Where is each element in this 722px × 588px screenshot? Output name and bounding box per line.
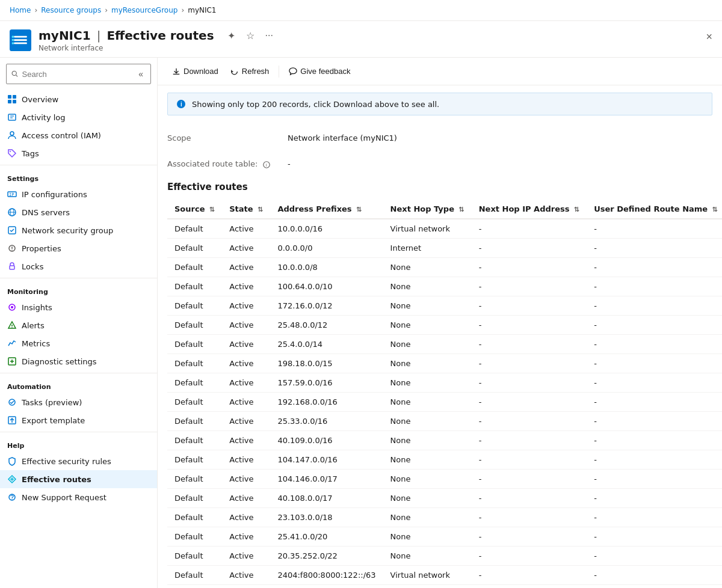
section-title: Effective routes xyxy=(167,182,712,192)
sidebar-divider-2 xyxy=(0,278,157,278)
sidebar-section-monitoring: Monitoring xyxy=(0,281,157,298)
sidebar-item-activity-log[interactable]: Activity log xyxy=(0,108,157,126)
cell-source: Default xyxy=(167,296,222,316)
download-button[interactable]: Download xyxy=(167,64,223,79)
col-state[interactable]: State ⇅ xyxy=(222,200,270,219)
table-row: Default Active 23.103.0.0/18 None - - xyxy=(167,508,722,527)
breadcrumb-home[interactable]: Home xyxy=(10,6,31,14)
breadcrumb-myresourcegroup[interactable]: myResourceGroup xyxy=(111,6,177,14)
cell-prefix: 2404:f800:8000:122::/63 xyxy=(270,566,383,585)
cell-next-hop-type: None xyxy=(383,508,472,527)
cell-source: Default xyxy=(167,239,222,258)
cell-next-hop-type: None xyxy=(383,373,472,393)
route-table-value: - xyxy=(288,156,291,172)
cell-udr-name: - xyxy=(587,296,722,316)
table-row: Default Active 0.0.0.0/0 Internet - - xyxy=(167,239,722,258)
diagnostic-icon xyxy=(7,357,17,366)
cell-udr-name: - xyxy=(587,239,722,258)
close-button[interactable]: × xyxy=(706,31,712,43)
table-row: Default Active 20.35.252.0/22 None - - xyxy=(167,547,722,566)
col-prefix[interactable]: Address Prefixes ⇅ xyxy=(270,200,383,219)
pin-icon[interactable]: ✦ xyxy=(225,29,238,43)
sidebar-item-iam[interactable]: Access control (IAM) xyxy=(0,126,157,144)
cell-next-hop-ip: - xyxy=(472,489,587,508)
info-banner: i Showing only top 200 records, click Do… xyxy=(167,93,712,115)
cell-prefix: 198.18.0.0/15 xyxy=(270,354,383,373)
search-box[interactable]: « xyxy=(6,64,151,84)
sidebar-item-overview[interactable]: Overview xyxy=(0,90,157,108)
route-table-row: Associated route table: i - xyxy=(167,156,712,172)
cell-next-hop-ip: - xyxy=(472,354,587,373)
feedback-button[interactable]: Give feedback xyxy=(284,64,355,79)
sidebar-item-new-support[interactable]: New Support Request xyxy=(0,488,157,506)
cell-next-hop-type: None xyxy=(383,450,472,470)
table-row: Default Active 100.64.0.0/10 None - - xyxy=(167,277,722,296)
sidebar-section-settings: Settings xyxy=(0,168,157,185)
sidebar-item-properties[interactable]: Properties xyxy=(0,239,157,257)
table-row: Default Active 2404:f800:8000:122::/63 V… xyxy=(167,566,722,585)
sidebar-item-metrics[interactable]: Metrics xyxy=(0,334,157,352)
sidebar-overview-label: Overview xyxy=(22,95,58,104)
sidebar-item-tasks[interactable]: Tasks (preview) xyxy=(0,393,157,411)
cell-prefix: 100.64.0.0/10 xyxy=(270,277,383,296)
sidebar-item-diagnostic-settings[interactable]: Diagnostic settings xyxy=(0,352,157,370)
sidebar-item-nsg[interactable]: Network security group xyxy=(0,221,157,239)
cell-udr-name: - xyxy=(587,373,722,393)
table-row: Default Active 157.59.0.0/16 None - - xyxy=(167,373,722,393)
svg-point-6 xyxy=(12,42,14,44)
sidebar-item-dns-servers[interactable]: DNS servers xyxy=(0,203,157,221)
collapse-button[interactable]: « xyxy=(136,67,146,81)
cell-udr-name: - xyxy=(587,566,722,585)
cell-state: Active xyxy=(222,527,270,547)
svg-text:i: i xyxy=(180,101,182,108)
sidebar-item-locks[interactable]: Locks xyxy=(0,257,157,275)
breadcrumb-resource-groups[interactable]: Resource groups xyxy=(41,6,101,14)
table-row: Default Active ::/0 Internet - - xyxy=(167,585,722,589)
cell-next-hop-type: None xyxy=(383,296,472,316)
sidebar-dns-label: DNS servers xyxy=(22,208,70,217)
table-row: Default Active 25.48.0.0/12 None - - xyxy=(167,316,722,335)
refresh-icon xyxy=(230,67,239,76)
cell-next-hop-ip: - xyxy=(472,470,587,489)
refresh-button[interactable]: Refresh xyxy=(226,64,274,79)
routes-table: Source ⇅ State ⇅ Address Prefixes ⇅ Ne xyxy=(167,200,722,588)
cell-source: Default xyxy=(167,277,222,296)
svg-point-7 xyxy=(12,71,16,75)
feedback-icon xyxy=(289,67,297,76)
cell-next-hop-type: None xyxy=(383,354,472,373)
ip-icon: IP xyxy=(7,189,17,199)
sidebar-item-effective-security[interactable]: Effective security rules xyxy=(0,452,157,470)
sidebar-item-tags[interactable]: Tags xyxy=(0,144,157,162)
search-input[interactable] xyxy=(22,70,133,79)
sidebar-item-insights[interactable]: Insights xyxy=(0,298,157,316)
sidebar-item-alerts[interactable]: Alerts xyxy=(0,316,157,334)
resource-type-label: Network interface xyxy=(39,44,712,52)
cell-state: Active xyxy=(222,354,270,373)
header-title-area: myNIC1 | Effective routes ✦ ☆ ··· Networ… xyxy=(39,28,712,52)
svg-rect-27 xyxy=(10,266,14,269)
sidebar-support-label: New Support Request xyxy=(22,493,106,502)
col-next-hop-type[interactable]: Next Hop Type ⇅ xyxy=(383,200,472,219)
col-source[interactable]: Source ⇅ xyxy=(167,200,222,219)
col-udr-name[interactable]: User Defined Route Name ⇅ xyxy=(587,200,722,219)
col-next-hop-ip[interactable]: Next Hop IP Address ⇅ xyxy=(472,200,587,219)
more-icon[interactable]: ··· xyxy=(263,29,276,42)
sort-udr-icon: ⇅ xyxy=(712,206,718,213)
sidebar-item-export-template[interactable]: Export template xyxy=(0,411,157,429)
cell-udr-name: - xyxy=(587,450,722,470)
sidebar-tasks-label: Tasks (preview) xyxy=(22,398,82,407)
cell-next-hop-ip: - xyxy=(472,412,587,431)
star-icon[interactable]: ☆ xyxy=(244,29,257,43)
sidebar-item-effective-routes[interactable]: Effective routes xyxy=(0,470,157,488)
sidebar-routes-label: Effective routes xyxy=(22,475,91,484)
scope-row: Scope Network interface (myNIC1) xyxy=(167,130,712,146)
cell-state: Active xyxy=(222,412,270,431)
sort-source-icon: ⇅ xyxy=(209,206,215,213)
table-row: Default Active 192.168.0.0/16 None - - xyxy=(167,393,722,412)
table-row: Default Active 40.109.0.0/16 None - - xyxy=(167,431,722,450)
cell-udr-name: - xyxy=(587,547,722,566)
table-row: Default Active 25.4.0.0/14 None - - xyxy=(167,335,722,354)
cell-next-hop-type: Internet xyxy=(383,239,472,258)
sidebar-item-ip-configurations[interactable]: IP IP configurations xyxy=(0,185,157,203)
svg-point-4 xyxy=(12,35,14,38)
